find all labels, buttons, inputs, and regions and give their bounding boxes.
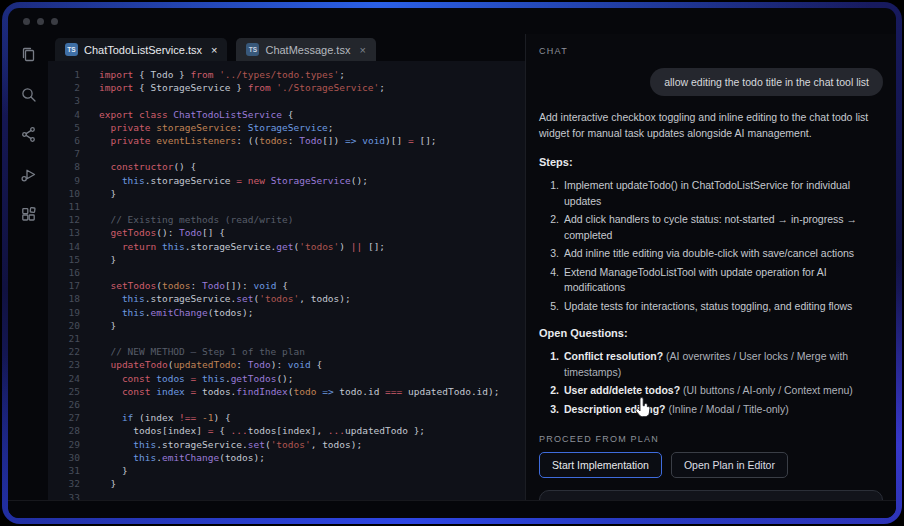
list-item: 2.User add/delete todos? (UI buttons / A… [539, 383, 883, 399]
code-line: 9 this.storageService = new StorageServi… [48, 174, 525, 187]
code-line: 25 const index = todos.findIndex(todo =>… [48, 385, 525, 398]
code-line: 17 setTodos(todos: Todo[]): void { [48, 279, 525, 292]
tab-label: ChatTodoListService.tsx [84, 44, 202, 56]
user-message-row: allow editing the todo title in the chat… [539, 68, 883, 96]
start-implementation-button[interactable]: Start Implementation [539, 452, 662, 478]
code-line: 15 } [48, 253, 525, 266]
list-item-number: 2. [539, 383, 559, 399]
list-item-number: 3. [539, 246, 559, 262]
line-number: 18 [48, 292, 80, 305]
assistant-intro-text: Add interactive checkbox toggling and in… [539, 110, 883, 141]
typescript-file-icon: TS [246, 43, 259, 56]
list-item-text: Update tests for interactions, status to… [564, 299, 883, 315]
window-control-close[interactable] [23, 18, 30, 25]
code-text: // Existing methods (read/write) [80, 213, 293, 226]
extensions-icon[interactable] [20, 206, 37, 223]
line-number: 7 [48, 147, 80, 160]
open-plan-in-editor-button[interactable]: Open Plan in Editor [671, 452, 788, 478]
tab-close-icon[interactable]: × [211, 44, 217, 56]
code-text [80, 147, 99, 160]
line-number: 30 [48, 451, 80, 464]
files-explorer-icon[interactable] [20, 46, 37, 63]
code-text: } [80, 187, 116, 200]
code-editor[interactable]: 1import { Todo } from '../types/todo.typ… [48, 61, 525, 500]
code-line: 6 private eventListeners: ((todos: Todo[… [48, 134, 525, 147]
app-window: TS ChatTodoListService.tsx × TS ChatMess… [8, 8, 896, 518]
line-number: 25 [48, 385, 80, 398]
user-message-bubble: allow editing the todo title in the chat… [650, 68, 883, 96]
code-text: constructor() { [80, 160, 196, 173]
code-line: 27 if (index !== -1) { [48, 411, 525, 424]
code-text: this.emitChange(todos); [80, 451, 265, 464]
run-debug-icon[interactable] [20, 166, 37, 183]
source-control-icon[interactable] [20, 126, 37, 143]
code-line: 5 private storageService: StorageService… [48, 121, 525, 134]
code-line: 32 } [48, 477, 525, 490]
line-number: 5 [48, 121, 80, 134]
line-number: 4 [48, 108, 80, 121]
line-number: 17 [48, 279, 80, 292]
code-line: 19 this.emitChange(todos); [48, 306, 525, 319]
line-number: 11 [48, 200, 80, 213]
list-item-number: 1. [539, 349, 559, 380]
list-item-text: Add click handlers to cycle status: not-… [564, 212, 883, 243]
code-text: updateTodo(updatedTodo: Todo): void { [80, 358, 322, 371]
window-control-maximize[interactable] [51, 18, 58, 25]
list-item-text: Add inline title editing via double-clic… [564, 246, 883, 262]
code-text: } [80, 253, 116, 266]
main-area: TS ChatTodoListService.tsx × TS ChatMess… [8, 34, 896, 500]
list-item-number: 5. [539, 299, 559, 315]
typescript-file-icon: TS [65, 43, 78, 56]
code-text: this.storageService.set('todos', todos); [80, 292, 351, 305]
line-number: 22 [48, 345, 80, 358]
code-line: 30 this.emitChange(todos); [48, 451, 525, 464]
code-line: 23 updateTodo(updatedTodo: Todo): void { [48, 358, 525, 371]
list-item-text: Extend ManageTodoListTool with update op… [564, 265, 883, 296]
list-item-text: User add/delete todos? (UI buttons / AI-… [564, 383, 883, 399]
list-item: 1.Implement updateTodo() in ChatTodoList… [539, 178, 883, 209]
code-line: 16 [48, 266, 525, 279]
code-text: const todos = this.getTodos(); [80, 372, 294, 385]
code-line: 33 [48, 491, 525, 501]
line-number: 20 [48, 319, 80, 332]
list-item-text: Description editing? (Inline / Modal / T… [564, 402, 883, 418]
list-item: 5.Update tests for interactions, status … [539, 299, 883, 315]
code-text: private eventListeners: ((todos: Todo[])… [80, 134, 437, 147]
code-text: // NEW METHOD — Step 1 of the plan [80, 345, 305, 358]
list-item-number: 3. [539, 402, 559, 418]
code-text: } [80, 319, 116, 332]
steps-list: 1.Implement updateTodo() in ChatTodoList… [539, 178, 883, 317]
code-text: import { Todo } from '../types/todo.type… [80, 68, 345, 81]
line-number: 31 [48, 464, 80, 477]
line-number: 26 [48, 398, 80, 411]
line-number: 2 [48, 81, 80, 94]
code-text: private storageService: StorageService; [80, 121, 334, 134]
line-number: 13 [48, 226, 80, 239]
line-number: 14 [48, 240, 80, 253]
line-number: 23 [48, 358, 80, 371]
open-questions-list: 1.Conflict resolution? (AI overwrites / … [539, 349, 883, 420]
list-item-number: 4. [539, 265, 559, 296]
editor-column: TS ChatTodoListService.tsx × TS ChatMess… [48, 34, 525, 500]
line-number: 15 [48, 253, 80, 266]
line-number: 8 [48, 160, 80, 173]
code-text: } [80, 464, 128, 477]
window-glow-border: TS ChatTodoListService.tsx × TS ChatMess… [2, 2, 902, 524]
code-line: 12 // Existing methods (read/write) [48, 213, 525, 226]
activity-bar [8, 34, 48, 500]
code-text [80, 491, 99, 501]
search-icon[interactable] [20, 86, 37, 103]
tab-chattodolistservice[interactable]: TS ChatTodoListService.tsx × [55, 38, 227, 61]
code-text [80, 94, 99, 107]
window-control-minimize[interactable] [37, 18, 44, 25]
code-line: 28 todos[index] = { ...todos[index], ...… [48, 424, 525, 437]
open-questions-heading: Open Questions: [539, 327, 883, 339]
code-line: 10 } [48, 187, 525, 200]
line-number: 12 [48, 213, 80, 226]
tab-close-icon[interactable]: × [359, 44, 365, 56]
line-number: 33 [48, 491, 80, 501]
code-line: 26 [48, 398, 525, 411]
tab-chatmessage[interactable]: TS ChatMessage.tsx × [236, 38, 375, 61]
code-line: 8 constructor() { [48, 160, 525, 173]
code-line: 18 this.storageService.set('todos', todo… [48, 292, 525, 305]
